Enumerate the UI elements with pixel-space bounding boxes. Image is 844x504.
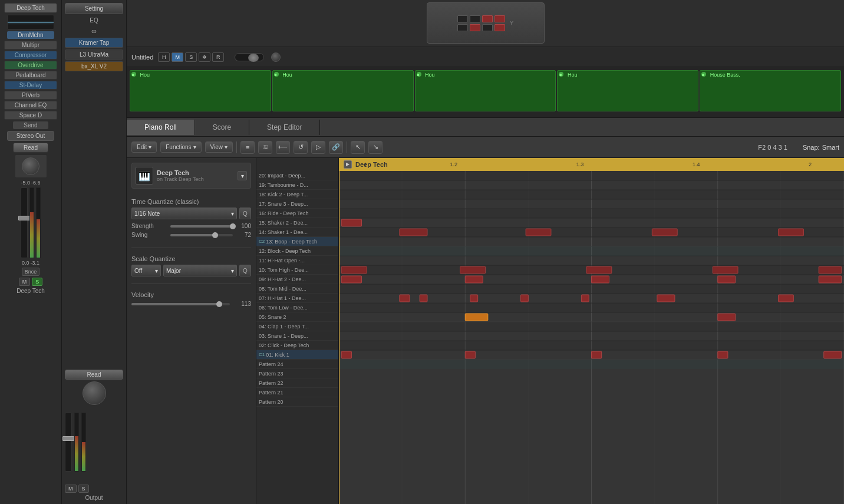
effect-kramer[interactable]: Kramer Tap <box>65 38 123 48</box>
pad-5[interactable] <box>457 24 468 31</box>
strength-slider[interactable] <box>170 225 233 228</box>
freeze-btn[interactable]: ❄ <box>199 52 210 62</box>
mute-btn-right[interactable]: M <box>65 485 77 493</box>
drum-row-12[interactable]: 12: Block - Deep Tech <box>256 246 338 256</box>
track-block-5[interactable]: ● House Bass. <box>700 70 841 111</box>
s-btn-track[interactable]: S <box>185 52 197 62</box>
drm-plugin-btn[interactable]: DrmMchn <box>7 31 54 39</box>
pad-3[interactable] <box>482 15 493 22</box>
drum-row-pattern24[interactable]: Pattern 24 <box>256 360 338 369</box>
pad-4[interactable] <box>494 15 505 22</box>
note-grid[interactable] <box>339 171 844 504</box>
region-arrow-btn[interactable]: ▾ <box>238 171 247 180</box>
strength-thumb[interactable] <box>230 223 236 229</box>
eq-label[interactable]: EQ <box>65 16 123 25</box>
plugin-stdelay[interactable]: St-Delay <box>4 81 57 90</box>
drum-row-3[interactable]: 03: Snare 1 - Deep... <box>256 331 338 341</box>
functions-menu-btn[interactable]: Functions ▾ <box>160 141 201 153</box>
q-btn-time[interactable]: Q <box>239 207 251 219</box>
fader-track-right[interactable] <box>65 413 72 472</box>
plugin-multipr[interactable]: Multipr <box>4 41 57 50</box>
drum-row-14[interactable]: 14: Shaker 1 - Dee... <box>256 228 338 237</box>
drum-row-19[interactable]: 19: Tambourine - D... <box>256 180 338 190</box>
pad-7[interactable] <box>482 24 493 31</box>
plugin-compressor[interactable]: Compressor <box>4 51 57 60</box>
drum-row-pattern23[interactable]: Pattern 23 <box>256 369 338 378</box>
solo-btn-right[interactable]: S <box>78 485 89 493</box>
plugin-ptverb[interactable]: PtVerb <box>4 91 57 100</box>
r-btn[interactable]: R <box>212 52 224 62</box>
effect-bx[interactable]: bx_XL V2 <box>65 61 123 71</box>
pad-6[interactable] <box>470 24 480 31</box>
drum-row-2[interactable]: 02: Click - Deep Tech <box>256 341 338 350</box>
drum-row-13-c2[interactable]: C2 13: Boop - Deep Tech <box>256 237 338 246</box>
off-dropdown[interactable]: Off ▾ <box>131 265 161 276</box>
pad-2[interactable] <box>470 15 480 22</box>
major-dropdown[interactable]: Major ▾ <box>163 265 237 276</box>
tab-piano-roll[interactable]: Piano Roll <box>127 120 195 135</box>
view-menu-btn[interactable]: View ▾ <box>205 141 233 153</box>
track-block-1[interactable]: ● Hou <box>130 70 271 111</box>
tab-step-editor[interactable]: Step Editor <box>249 120 320 135</box>
volume-slider[interactable] <box>235 53 264 61</box>
drum-row-8[interactable]: 08: Tom Mid - Dee... <box>256 284 338 294</box>
read-btn-left[interactable]: Read <box>13 143 48 153</box>
cursor-down-btn[interactable]: ↘ <box>368 141 383 154</box>
drum-row-5[interactable]: 05: Snare 2 <box>256 312 338 322</box>
region-play-btn[interactable]: ▶ <box>344 160 352 169</box>
list-view-btn[interactable]: ≡ <box>240 141 255 154</box>
pad-8[interactable] <box>494 24 505 31</box>
velocity-slider[interactable] <box>131 303 230 305</box>
q-btn-scale[interactable]: Q <box>239 265 251 276</box>
drum-row-18[interactable]: 18: Kick 2 - Deep T... <box>256 190 338 199</box>
drum-row-6[interactable]: 06: Tom Low - Dee... <box>256 303 338 312</box>
drum-row-9[interactable]: 09: Hi-Hat 2 - Dee... <box>256 275 338 284</box>
fader-thumb-right[interactable] <box>62 436 74 441</box>
effect-l3[interactable]: L3 UltraMa <box>65 50 123 60</box>
h-btn[interactable]: H <box>158 52 170 62</box>
drum-row-4[interactable]: 04: Clap 1 - Deep T... <box>256 322 338 331</box>
tab-score[interactable]: Score <box>195 120 249 135</box>
drum-row-11[interactable]: 11: Hi-Hat Open -... <box>256 256 338 265</box>
loop-btn[interactable]: ↺ <box>294 141 308 154</box>
setting-btn[interactable]: Setting <box>65 3 123 14</box>
cursor-btn[interactable]: ↖ <box>351 141 365 154</box>
track-block-2[interactable]: ● Hou <box>272 70 414 111</box>
pan-knob[interactable] <box>22 157 39 175</box>
mute-btn-left[interactable]: M <box>19 278 31 286</box>
drum-row-1-c1[interactable]: C1 01: Kick 1 <box>256 350 338 360</box>
edit-menu-btn[interactable]: Edit ▾ <box>131 141 157 153</box>
drum-row-17[interactable]: 17: Snare 3 - Deep... <box>256 199 338 209</box>
pan-knob-small[interactable] <box>271 52 281 62</box>
drum-row-pattern20[interactable]: Pattern 20 <box>256 397 338 407</box>
fader-thumb-left[interactable] <box>18 216 30 220</box>
drum-row-pattern22[interactable]: Pattern 22 <box>256 378 338 388</box>
plugin-pedalboard[interactable]: Pedalboard <box>4 71 57 80</box>
drum-row-16[interactable]: 16: Ride - Deep Tech <box>256 209 338 218</box>
swing-slider[interactable] <box>170 234 233 236</box>
link-btn[interactable]: 🔗 <box>329 141 343 154</box>
send-label[interactable]: Send <box>13 121 48 129</box>
drum-row-15[interactable]: 15: Shaker 2 - Dee... <box>256 218 338 228</box>
drum-row-20[interactable]: 20: Impact - Deep... <box>256 171 338 180</box>
swing-thumb[interactable] <box>212 232 218 238</box>
pad-1[interactable] <box>457 15 468 22</box>
drum-row-pattern21[interactable]: Pattern 21 <box>256 388 338 397</box>
channel-name-btn[interactable]: Deep Tech <box>4 3 57 13</box>
drum-row-10[interactable]: 10: Tom High - Dee... <box>256 265 338 275</box>
drum-row-7[interactable]: 07: Hi-Hat 1 - Dee... <box>256 294 338 303</box>
plugin-spaced[interactable]: Space D <box>4 111 57 120</box>
track-block-4[interactable]: ● Hou <box>557 70 698 111</box>
velocity-thumb[interactable] <box>216 301 222 307</box>
stereo-out-btn[interactable]: Stereo Out <box>7 131 54 141</box>
read-btn-right[interactable]: Read <box>65 370 123 380</box>
flex-btn[interactable]: ≋ <box>258 141 272 154</box>
m-btn-track[interactable]: M <box>172 52 183 62</box>
track-block-3[interactable]: ● Hou <box>415 70 556 111</box>
plugin-channeleq[interactable]: Channel EQ <box>4 101 57 110</box>
solo-btn-left[interactable]: S <box>32 278 42 286</box>
pan-knob-right[interactable] <box>83 381 106 405</box>
rewind-btn[interactable]: ⟵ <box>276 141 290 154</box>
note-value-dropdown[interactable]: 1/16 Note ▾ <box>131 207 237 219</box>
fader-track-left[interactable] <box>21 187 28 258</box>
